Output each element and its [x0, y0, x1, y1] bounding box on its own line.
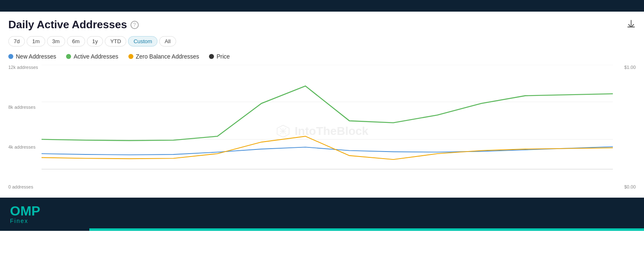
active-addresses-line: [42, 86, 613, 140]
legend: New Addresses Active Addresses Zero Bala…: [8, 53, 636, 60]
filter-1y[interactable]: 1y: [87, 36, 103, 47]
chart-area: 12k addresses 8k addresses 4k addresses …: [8, 65, 636, 198]
y-label-0: 0 addresses: [8, 184, 41, 189]
filter-ytd[interactable]: YTD: [105, 36, 126, 47]
new-addresses-label: New Addresses: [16, 53, 56, 60]
filter-3m[interactable]: 3m: [47, 36, 65, 47]
price-label: Price: [216, 53, 230, 60]
y-label-1usd: $1.00: [613, 65, 636, 70]
filter-7d[interactable]: 7d: [8, 36, 25, 47]
help-icon[interactable]: ?: [130, 21, 139, 29]
time-filters: 7d 1m 3m 6m 1y YTD Custom All: [8, 36, 636, 47]
new-addresses-line: [42, 147, 613, 155]
legend-zero-balance: Zero Balance Addresses: [128, 53, 199, 60]
main-content: Daily Active Addresses ? 7d 1m 3m 6m 1y …: [0, 12, 644, 198]
zero-balance-label: Zero Balance Addresses: [136, 53, 199, 60]
chart-container: 12k addresses 8k addresses 4k addresses …: [8, 65, 636, 198]
y-axis-right: $1.00 $0.00: [613, 65, 636, 198]
omp-logo: OMP Finex: [10, 204, 40, 224]
price-dot: [209, 54, 214, 59]
download-icon[interactable]: [627, 19, 636, 30]
bottom-teal-bar: [89, 228, 644, 231]
filter-custom[interactable]: Custom: [128, 36, 157, 47]
page-title: Daily Active Addresses: [8, 18, 127, 31]
top-bar: [0, 0, 644, 12]
new-addresses-dot: [8, 54, 13, 59]
y-label-12k: 12k addresses: [8, 65, 41, 70]
active-addresses-label: Active Addresses: [74, 53, 118, 60]
y-label-8k: 8k addresses: [8, 105, 41, 110]
zero-balance-dot: [128, 54, 133, 59]
filter-6m[interactable]: 6m: [67, 36, 85, 47]
bottom-bar: OMP Finex: [0, 198, 644, 231]
zero-balance-line: [42, 136, 613, 159]
filter-1m[interactable]: 1m: [27, 36, 45, 47]
chart-svg: [42, 65, 613, 177]
omp-logo-bottom: Finex: [10, 218, 40, 224]
legend-price: Price: [209, 53, 230, 60]
omp-logo-top: OMP: [10, 204, 40, 218]
legend-new-addresses: New Addresses: [8, 53, 56, 60]
filter-all[interactable]: All: [159, 36, 176, 47]
legend-active-addresses: Active Addresses: [66, 53, 118, 60]
active-addresses-dot: [66, 54, 71, 59]
y-axis-left: 12k addresses 8k addresses 4k addresses …: [8, 65, 41, 198]
y-label-0usd: $0.00: [613, 184, 636, 189]
y-label-4k: 4k addresses: [8, 144, 41, 149]
header-row: Daily Active Addresses ?: [8, 18, 636, 31]
title-area: Daily Active Addresses ?: [8, 18, 139, 31]
